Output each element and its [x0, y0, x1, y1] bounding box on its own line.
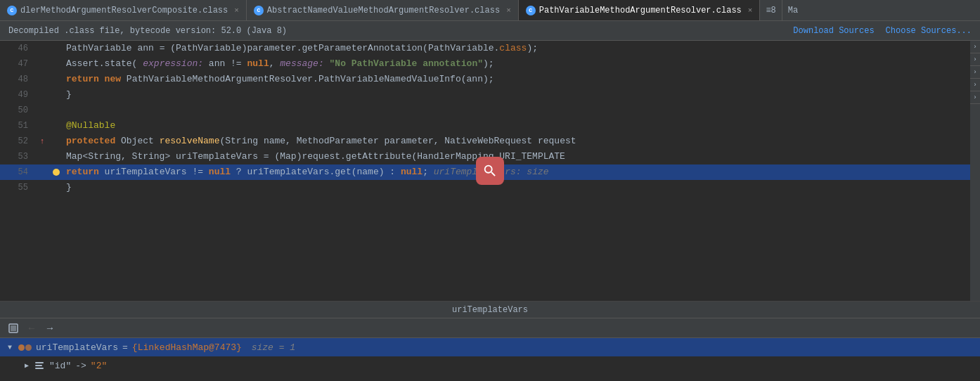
tab-2-icon: c	[254, 6, 264, 15]
line-row-51: 51 @Nullable	[0, 118, 980, 134]
tab-2[interactable]: c AbstractNamedValueMethodArgumentResolv…	[247, 0, 519, 21]
up-arrow-icon: ↑	[40, 138, 45, 146]
bottom-panel: uriTemplateVars ← → ▼ uriTemplateVars = …	[0, 301, 980, 381]
line-num-52: 52	[0, 134, 35, 149]
line-icon-area-50	[49, 103, 63, 118]
line-gutter-54	[35, 164, 49, 180]
debug-sub-arrow: ->	[75, 361, 86, 371]
line-num-46: 46	[0, 41, 35, 56]
edge-arrow-1[interactable]: ›	[970, 41, 980, 53]
line-gutter-48	[35, 72, 49, 87]
tab-2-close[interactable]: ×	[506, 6, 511, 15]
line-content-46: PathVariable ann = (PathVariable)paramet…	[63, 41, 980, 56]
line-gutter-55	[35, 180, 49, 195]
edge-arrow-5[interactable]: ›	[970, 91, 980, 104]
edge-arrow-3[interactable]: ›	[970, 66, 980, 79]
expand-arrow-main[interactable]: ▼	[6, 343, 14, 351]
debug-equals: =	[122, 342, 128, 353]
back-icon: ←	[29, 323, 34, 334]
debug-oo-icon	[18, 344, 32, 351]
line-gutter-51	[35, 118, 49, 134]
line-content-55: }	[63, 180, 980, 195]
tab-overflow-button[interactable]: ≡8	[760, 0, 782, 21]
line-gutter-53	[35, 149, 49, 164]
line-icon-area-52	[49, 134, 63, 149]
capture-icon	[8, 323, 18, 333]
debug-value: {LinkedHashMap@7473}	[132, 342, 242, 353]
tab-overflow-label: ≡8	[766, 6, 775, 15]
bottom-panel-toolbar: ← →	[0, 318, 980, 338]
line-content-49: }	[63, 87, 980, 103]
line-content-50	[63, 103, 980, 118]
line-content-51: @Nullable	[63, 118, 980, 134]
decompiled-info-text: Decompiled .class file, bytecode version…	[8, 26, 287, 36]
tab-3-label: PathVariableMethodArgumentResolver.class	[539, 6, 742, 15]
line-gutter-49	[35, 87, 49, 103]
debug-type: size = 1	[246, 342, 295, 353]
line-icon-area-46	[49, 41, 63, 56]
debug-circle-2	[25, 344, 32, 351]
line-content-54: return uriTemplateVars != null ? uriTemp…	[63, 164, 980, 180]
line-icon-area-54	[49, 164, 63, 180]
tab-2-label: AbstractNamedValueMethodArgumentResolver…	[267, 6, 500, 15]
tab-extra-label: Ma	[788, 6, 798, 15]
back-button[interactable]: ←	[24, 321, 39, 336]
tab-1-icon: c	[7, 6, 17, 15]
line-num-49: 49	[0, 87, 35, 103]
edge-arrows: › › › › ›	[970, 41, 980, 301]
tab-1-label: dlerMethodArgumentResolverComposite.clas…	[20, 6, 228, 15]
line-icon-area-47	[49, 56, 63, 72]
line-gutter-47	[35, 56, 49, 72]
tab-1-close[interactable]: ×	[234, 6, 239, 15]
debug-row-main[interactable]: ▼ uriTemplateVars = {LinkedHashMap@7473}…	[0, 338, 980, 356]
forward-button[interactable]: →	[42, 321, 58, 336]
info-bar: Decompiled .class file, bytecode version…	[0, 21, 980, 41]
line-row-47: 47 Assert.state( expression: ann != null…	[0, 56, 980, 72]
search-button[interactable]	[476, 157, 504, 185]
tab-1[interactable]: c dlerMethodArgumentResolverComposite.cl…	[0, 0, 247, 21]
download-sources-link[interactable]: Download Sources	[793, 26, 874, 36]
bottom-panel-title: uriTemplateVars	[0, 302, 980, 318]
line-num-53: 53	[0, 149, 35, 164]
debug-sub-value: "2"	[91, 361, 107, 371]
line-row-48: 48 return new PathVariableMethodArgument…	[0, 72, 980, 87]
line-gutter-52: ↑	[35, 134, 49, 149]
code-area: 46 PathVariable ann = (PathVariable)para…	[0, 41, 980, 301]
line-num-50: 50	[0, 103, 35, 118]
svg-rect-1	[11, 325, 16, 331]
choose-sources-link[interactable]: Choose Sources...	[886, 26, 972, 36]
edge-arrow-4[interactable]: ›	[970, 79, 980, 91]
line-icon-area-48	[49, 72, 63, 87]
debug-sub-var-name: "id"	[49, 361, 71, 371]
tab-3-close[interactable]: ×	[748, 6, 753, 15]
line-num-55: 55	[0, 180, 35, 195]
tab-3-icon: c	[526, 6, 536, 15]
line-icon-area-49	[49, 87, 63, 103]
line-num-48: 48	[0, 72, 35, 87]
info-bar-actions: Download Sources Choose Sources...	[793, 26, 972, 36]
line-content-47: Assert.state( expression: ann != null, m…	[63, 56, 980, 72]
tab-extra[interactable]: Ma	[782, 0, 804, 21]
line-gutter-50	[35, 103, 49, 118]
debug-var-name: uriTemplateVars	[36, 342, 118, 353]
line-num-51: 51	[0, 118, 35, 134]
line-icon-area-51	[49, 118, 63, 134]
expand-arrow-sub[interactable]: ▶	[22, 361, 31, 370]
line-content-48: return new PathVariableMethodArgumentRes…	[63, 72, 980, 87]
line-content-52: protected Object resolveName(String name…	[63, 134, 980, 149]
tab-3[interactable]: c PathVariableMethodArgumentResolver.cla…	[519, 0, 761, 21]
breakpoint-dot	[53, 169, 60, 176]
line-gutter-46	[35, 41, 49, 56]
debug-list-icon	[35, 362, 45, 370]
code-scroll[interactable]: 46 PathVariable ann = (PathVariable)para…	[0, 41, 980, 301]
line-row-46: 46 PathVariable ann = (PathVariable)para…	[0, 41, 980, 56]
debug-sub-row-1[interactable]: ▶ "id" -> "2"	[0, 356, 980, 375]
capture-button[interactable]	[6, 321, 21, 336]
edge-arrow-2[interactable]: ›	[970, 53, 980, 66]
line-content-53: Map<String, String> uriTemplateVars = (M…	[63, 149, 980, 164]
line-row-50: 50	[0, 103, 980, 118]
line-row-52: 52↑ protected Object resolveName(String …	[0, 134, 980, 149]
forward-icon: →	[47, 323, 53, 334]
line-icon-area-53	[49, 149, 63, 164]
search-icon	[482, 163, 498, 179]
